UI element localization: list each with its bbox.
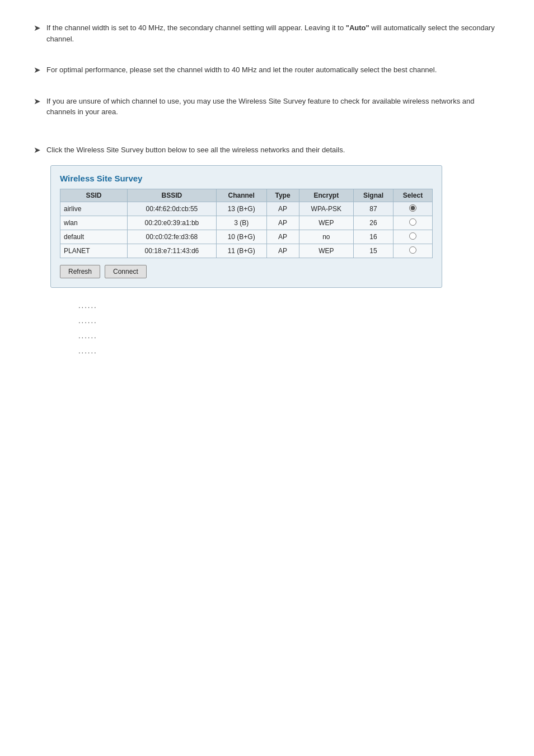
select-radio[interactable] <box>409 204 416 212</box>
survey-button-row: Refresh Connect <box>60 265 433 278</box>
dots-line: ...... <box>78 347 500 355</box>
cell-select[interactable] <box>393 244 432 258</box>
dots-line: ...... <box>78 301 500 310</box>
cell-signal: 15 <box>354 244 394 258</box>
table-row: PLANET00:18:e7:11:43:d611 (B+G)APWEP15 <box>60 244 433 258</box>
section-1: ➤ If the channel width is set to 40 MHz,… <box>34 22 500 44</box>
col-header-bssid: BSSID <box>128 189 217 202</box>
cell-ssid: default <box>60 230 128 244</box>
section-2: ➤ For optimal performance, please set th… <box>34 64 500 76</box>
cell-ssid: PLANET <box>60 244 128 258</box>
bullet-1: ➤ <box>34 23 41 33</box>
cell-bssid: 00:18:e7:11:43:d6 <box>128 244 217 258</box>
bullet-2: ➤ <box>34 65 41 75</box>
dots-section: ........................ <box>34 301 500 355</box>
col-header-select: Select <box>393 189 432 202</box>
cell-signal: 26 <box>354 216 394 230</box>
cell-type: AP <box>266 216 299 230</box>
cell-encrypt: WPA-PSK <box>299 202 354 216</box>
cell-channel: 13 (B+G) <box>216 202 266 216</box>
connect-button[interactable]: Connect <box>105 265 147 278</box>
section-4: ➤ Click the Wireless Site Survey button … <box>34 144 500 156</box>
cell-ssid: wlan <box>60 216 128 230</box>
col-header-encrypt: Encrypt <box>299 189 354 202</box>
cell-type: AP <box>266 230 299 244</box>
select-radio[interactable] <box>409 218 416 226</box>
table-row: default00:c0:02:fe:d3:6810 (B+G)APno16 <box>60 230 433 244</box>
col-header-ssid: SSID <box>60 189 128 202</box>
select-radio[interactable] <box>409 246 416 254</box>
col-header-type: Type <box>266 189 299 202</box>
cell-encrypt: WEP <box>299 244 354 258</box>
cell-bssid: 00:4f:62:0d:cb:55 <box>128 202 217 216</box>
cell-channel: 10 (B+G) <box>216 230 266 244</box>
cell-type: AP <box>266 202 299 216</box>
section-3: ➤ If you are unsure of which channel to … <box>34 96 500 118</box>
cell-signal: 87 <box>354 202 394 216</box>
cell-signal: 16 <box>354 230 394 244</box>
dots-line: ...... <box>78 332 500 340</box>
cell-bssid: 00:20:e0:39:a1:bb <box>128 216 217 230</box>
cell-select[interactable] <box>393 230 432 244</box>
bullet-3: ➤ <box>34 96 41 106</box>
table-row: airlive00:4f:62:0d:cb:5513 (B+G)APWPA-PS… <box>60 202 433 216</box>
select-radio[interactable] <box>409 232 416 240</box>
cell-select[interactable] <box>393 202 432 216</box>
survey-table: SSID BSSID Channel Type Encrypt Signal S… <box>60 189 433 258</box>
cell-channel: 11 (B+G) <box>216 244 266 258</box>
section-2-text: For optimal performance, please set the … <box>46 64 437 76</box>
refresh-button[interactable]: Refresh <box>60 265 100 278</box>
cell-ssid: airlive <box>60 202 128 216</box>
auto-label: "Auto" <box>346 24 369 32</box>
section-3-text: If you are unsure of which channel to us… <box>46 96 500 118</box>
survey-title: Wireless Site Survey <box>60 174 433 183</box>
wireless-site-survey-box: Wireless Site Survey SSID BSSID Channel … <box>50 165 442 288</box>
cell-encrypt: no <box>299 230 354 244</box>
col-header-signal: Signal <box>354 189 394 202</box>
section-1-text: If the channel width is set to 40 MHz, t… <box>46 22 500 44</box>
table-row: wlan00:20:e0:39:a1:bb3 (B)APWEP26 <box>60 216 433 230</box>
section-4-text: Click the Wireless Site Survey button be… <box>46 144 345 156</box>
cell-bssid: 00:c0:02:fe:d3:68 <box>128 230 217 244</box>
cell-encrypt: WEP <box>299 216 354 230</box>
cell-type: AP <box>266 244 299 258</box>
col-header-channel: Channel <box>216 189 266 202</box>
cell-select[interactable] <box>393 216 432 230</box>
bullet-4: ➤ <box>34 145 41 155</box>
dots-line: ...... <box>78 316 500 325</box>
cell-channel: 3 (B) <box>216 216 266 230</box>
